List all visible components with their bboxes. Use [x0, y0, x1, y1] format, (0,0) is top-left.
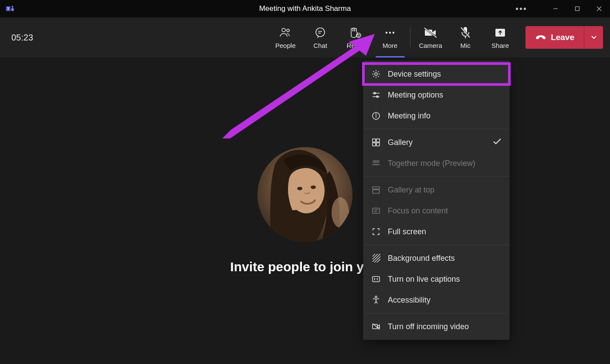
captions-icon — [371, 274, 381, 284]
people-button[interactable]: People — [268, 17, 303, 57]
menu-live-captions[interactable]: Turn on live captions — [363, 269, 509, 290]
svg-line-57 — [374, 256, 380, 263]
more-button[interactable]: More — [373, 17, 407, 57]
window-controls: ••• — [515, 0, 610, 17]
svg-line-55 — [373, 254, 378, 259]
accessibility-icon — [371, 295, 381, 305]
focus-icon — [371, 206, 381, 216]
share-label: Share — [491, 42, 509, 49]
share-button[interactable]: Share — [483, 17, 518, 57]
leave-label: Leave — [551, 33, 574, 42]
more-label: More — [383, 42, 397, 49]
react-label: React — [347, 42, 364, 49]
meeting-toolbar: 05:23 People Chat React — [0, 17, 610, 57]
menu-full-screen[interactable]: Full screen — [363, 221, 509, 242]
menu-label: Meeting info — [388, 111, 430, 121]
menu-label: Gallery — [388, 138, 413, 147]
menu-label: Turn on live captions — [388, 275, 460, 284]
mic-button[interactable]: Mic — [448, 17, 483, 57]
svg-rect-51 — [373, 208, 380, 213]
react-button[interactable]: React — [338, 17, 373, 57]
svg-rect-50 — [373, 190, 380, 193]
title-bar: T Meeting with Ankita Sharma ••• — [0, 0, 610, 17]
svg-rect-42 — [373, 139, 376, 142]
svg-point-34 — [375, 73, 377, 75]
svg-point-41 — [376, 114, 376, 115]
svg-point-47 — [375, 161, 377, 162]
svg-point-30 — [311, 185, 316, 189]
camera-label: Camera — [419, 42, 442, 49]
chat-icon — [314, 26, 326, 39]
sliders-icon — [371, 90, 381, 100]
svg-rect-3 — [11, 8, 14, 11]
camera-button[interactable]: Camera — [413, 17, 448, 57]
menu-label: Device settings — [388, 70, 441, 79]
together-icon — [371, 158, 381, 168]
menu-meeting-options[interactable]: Meeting options — [363, 84, 509, 105]
share-icon — [494, 26, 506, 39]
svg-rect-45 — [376, 143, 380, 146]
check-icon — [493, 138, 502, 147]
chevron-down-icon — [591, 35, 597, 40]
header-more-icon[interactable]: ••• — [515, 4, 527, 14]
meeting-stage: Invite people to join you — [0, 57, 610, 364]
people-icon — [279, 26, 292, 39]
camera-off-icon — [424, 26, 437, 39]
svg-point-48 — [377, 161, 379, 162]
gallery-top-icon — [371, 185, 381, 195]
chat-button[interactable]: Chat — [303, 17, 338, 57]
close-button[interactable] — [588, 0, 610, 17]
menu-label: Together mode (Preview) — [388, 159, 475, 168]
menu-label: Focus on content — [388, 206, 448, 216]
maximize-button[interactable] — [566, 0, 588, 17]
window-title: Meeting with Ankita Sharma — [259, 4, 351, 13]
menu-label: Turn off incoming video — [388, 322, 469, 331]
invite-text: Invite people to join you — [230, 260, 380, 274]
more-icon — [384, 26, 396, 39]
svg-rect-5 — [576, 7, 580, 11]
svg-rect-59 — [373, 276, 380, 282]
svg-point-16 — [386, 31, 387, 33]
svg-point-29 — [297, 187, 302, 190]
svg-rect-49 — [373, 187, 380, 189]
video-off-icon — [371, 322, 381, 331]
mic-label: Mic — [460, 42, 470, 49]
svg-point-8 — [282, 28, 285, 32]
gear-icon — [371, 69, 381, 79]
leave-control: Leave — [525, 26, 603, 49]
chat-label: Chat — [313, 42, 327, 49]
svg-point-60 — [375, 296, 377, 298]
info-icon — [371, 111, 381, 121]
menu-device-settings[interactable]: Device settings — [363, 64, 509, 84]
menu-label: Full screen — [388, 227, 426, 236]
svg-rect-43 — [376, 139, 380, 142]
background-icon — [371, 253, 381, 263]
meeting-timer: 05:23 — [11, 33, 33, 43]
svg-point-18 — [393, 31, 394, 33]
svg-point-17 — [389, 31, 391, 33]
teams-app-icon: T — [5, 4, 15, 13]
menu-meeting-info[interactable]: Meeting info — [363, 105, 509, 126]
menu-label: Accessibility — [388, 296, 430, 305]
svg-point-2 — [11, 6, 13, 7]
react-icon — [349, 26, 362, 39]
menu-label: Background effects — [388, 254, 455, 263]
svg-point-31 — [332, 197, 349, 228]
menu-gallery[interactable]: Gallery — [363, 132, 509, 153]
menu-turn-off-incoming-video[interactable]: Turn off incoming video — [363, 316, 509, 337]
menu-label: Gallery at top — [388, 185, 434, 195]
menu-accessibility[interactable]: Accessibility — [363, 290, 509, 310]
svg-rect-61 — [373, 324, 377, 329]
menu-gallery-at-top: Gallery at top — [363, 179, 509, 200]
leave-button[interactable]: Leave — [525, 26, 584, 49]
participant-avatar — [258, 147, 352, 242]
menu-focus-content: Focus on content — [363, 200, 509, 221]
toolbar-divider — [410, 28, 410, 47]
menu-together-mode: Together mode (Preview) — [363, 153, 509, 174]
leave-chevron-button[interactable] — [584, 26, 603, 49]
svg-point-15 — [359, 34, 359, 35]
fullscreen-icon — [371, 227, 381, 236]
minimize-button[interactable] — [545, 0, 566, 17]
menu-background-effects[interactable]: Background effects — [363, 248, 509, 269]
svg-point-14 — [358, 34, 358, 35]
